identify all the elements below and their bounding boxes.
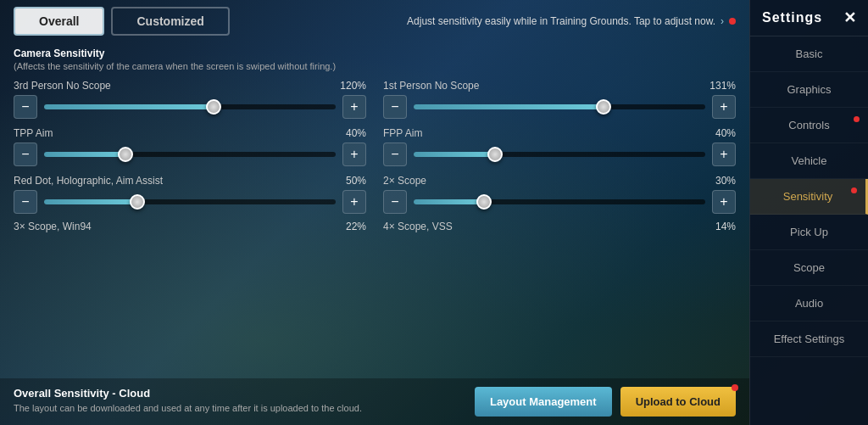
- slider-minus-5[interactable]: −: [383, 190, 407, 214]
- slider-minus-2[interactable]: −: [14, 143, 37, 166]
- sidebar-dot: [851, 187, 857, 193]
- bottom-bar: Overall Sensitivity - Cloud The layout c…: [0, 378, 749, 425]
- slider-plus-0[interactable]: +: [342, 95, 366, 119]
- slider-track-1: [414, 104, 705, 109]
- cloud-desc: The layout can be downloaded and used at…: [14, 402, 461, 415]
- upload-cloud-button[interactable]: Upload to Cloud: [620, 387, 736, 417]
- slider-label-2: TPP Aim: [14, 127, 53, 139]
- training-notice-arrow: ›: [721, 15, 724, 27]
- sidebar-title: Settings: [762, 10, 822, 25]
- slider-track-container-5[interactable]: [414, 190, 705, 214]
- slider-fill-0: [44, 104, 214, 109]
- slider-thumb-5[interactable]: [476, 194, 492, 210]
- training-notice-dot: [729, 18, 736, 25]
- slider-track-3: [414, 152, 705, 157]
- slider-minus-1[interactable]: −: [383, 95, 407, 119]
- slider-group-0: 3rd Person No Scope120%−+: [14, 80, 366, 119]
- sidebar-item-basic[interactable]: Basic: [750, 36, 868, 72]
- sidebar-item-effect-settings[interactable]: Effect Settings: [750, 322, 868, 357]
- scope-label-1: 4× Scope, VSS: [383, 221, 453, 232]
- slider-thumb-1[interactable]: [596, 99, 611, 115]
- slider-label-row-3: FPP Aim40%: [383, 127, 736, 139]
- layout-management-button[interactable]: Layout Management: [475, 387, 612, 417]
- slider-group-4: Red Dot, Holographic, Aim Assist50%−+: [14, 175, 366, 214]
- scope-group-0: 3× Scope, Win9422%: [14, 221, 366, 232]
- slider-value-4: 50%: [346, 175, 366, 187]
- slider-plus-1[interactable]: +: [712, 95, 736, 119]
- slider-track-container-0[interactable]: [44, 95, 336, 119]
- slider-track-0: [44, 104, 336, 109]
- slider-fill-5: [414, 199, 484, 204]
- sidebar-item-pick-up[interactable]: Pick Up: [750, 215, 868, 250]
- slider-minus-0[interactable]: −: [14, 95, 37, 119]
- slider-fill-1: [414, 104, 604, 109]
- tab-customized[interactable]: Customized: [111, 7, 229, 36]
- cloud-title: Overall Sensitivity - Cloud: [14, 387, 461, 400]
- slider-minus-3[interactable]: −: [383, 143, 407, 166]
- slider-track-container-3[interactable]: [414, 143, 705, 166]
- slider-track-container-4[interactable]: [44, 190, 336, 214]
- settings-sidebar: Settings ✕ BasicGraphicsControlsVehicleS…: [749, 0, 868, 425]
- slider-track-4: [44, 199, 336, 204]
- slider-plus-5[interactable]: +: [712, 190, 736, 214]
- slider-plus-4[interactable]: +: [342, 190, 366, 214]
- scope-group-1: 4× Scope, VSS14%: [383, 221, 736, 232]
- slider-control-1: −+: [383, 95, 736, 119]
- sidebar-item-controls[interactable]: Controls: [750, 108, 868, 143]
- upload-cloud-label: Upload to Cloud: [636, 395, 721, 408]
- slider-label-0: 3rd Person No Scope: [14, 80, 111, 92]
- slider-label-row-0: 3rd Person No Scope120%: [14, 80, 366, 92]
- slider-minus-4[interactable]: −: [14, 190, 37, 214]
- tab-group: OverallCustomized: [14, 7, 230, 36]
- scope-row: 3× Scope, Win9422%4× Scope, VSS14%: [14, 221, 736, 232]
- slider-track-2: [44, 152, 336, 157]
- slider-thumb-0[interactable]: [206, 99, 221, 115]
- scope-value-0: 22%: [346, 221, 366, 232]
- sensitivity-content: Camera Sensitivity (Affects the sensitiv…: [0, 42, 749, 378]
- sidebar-item-audio[interactable]: Audio: [750, 286, 868, 322]
- slider-thumb-3[interactable]: [487, 147, 503, 162]
- slider-fill-3: [414, 152, 495, 157]
- scope-label-0: 3× Scope, Win94: [14, 221, 92, 232]
- slider-control-5: −+: [383, 190, 736, 214]
- slider-group-5: 2× Scope30%−+: [383, 175, 736, 214]
- sidebar-nav: BasicGraphicsControlsVehicleSensitivityP…: [750, 36, 868, 357]
- slider-value-2: 40%: [346, 127, 366, 139]
- sidebar-item-vehicle[interactable]: Vehicle: [750, 143, 868, 179]
- sidebar-header: Settings ✕: [750, 0, 868, 36]
- slider-fill-4: [44, 199, 137, 204]
- sidebar-item-scope[interactable]: Scope: [750, 250, 868, 286]
- sidebar-item-graphics[interactable]: Graphics: [750, 72, 868, 108]
- slider-fill-2: [44, 152, 125, 157]
- slider-label-row-5: 2× Scope30%: [383, 175, 736, 187]
- slider-thumb-2[interactable]: [118, 147, 133, 162]
- scope-value-1: 14%: [715, 221, 736, 232]
- slider-plus-2[interactable]: +: [342, 143, 366, 166]
- slider-value-1: 131%: [709, 80, 736, 92]
- slider-track-5: [414, 199, 705, 204]
- slider-label-1: 1st Person No Scope: [383, 80, 479, 92]
- slider-label-row-4: Red Dot, Holographic, Aim Assist50%: [14, 175, 366, 187]
- slider-track-container-1[interactable]: [414, 95, 705, 119]
- slider-track-container-2[interactable]: [44, 143, 336, 166]
- close-button[interactable]: ✕: [843, 8, 856, 27]
- top-bar: OverallCustomized Adjust sensitivity eas…: [0, 0, 749, 42]
- sidebar-item-sensitivity[interactable]: Sensitivity: [750, 179, 868, 215]
- slider-thumb-4[interactable]: [130, 194, 145, 210]
- sliders-grid: 3rd Person No Scope120%−+1st Person No S…: [14, 80, 736, 214]
- training-notice: Adjust sensitivity easily while in Train…: [407, 15, 736, 27]
- tab-overall[interactable]: Overall: [14, 7, 104, 36]
- bottom-buttons: Layout Management Upload to Cloud: [475, 387, 736, 417]
- slider-group-3: FPP Aim40%−+: [383, 127, 736, 166]
- upload-dot: [732, 384, 738, 391]
- sidebar-dot: [854, 116, 860, 122]
- slider-plus-3[interactable]: +: [712, 143, 736, 166]
- training-notice-text: Adjust sensitivity easily while in Train…: [407, 15, 715, 27]
- slider-group-2: TPP Aim40%−+: [14, 127, 366, 166]
- section-title: Camera Sensitivity: [14, 48, 736, 59]
- slider-control-2: −+: [14, 143, 366, 166]
- section-subtitle: (Affects the sensitivity of the camera w…: [14, 61, 736, 71]
- slider-value-5: 30%: [715, 175, 736, 187]
- slider-control-0: −+: [14, 95, 366, 119]
- main-content: OverallCustomized Adjust sensitivity eas…: [0, 0, 749, 425]
